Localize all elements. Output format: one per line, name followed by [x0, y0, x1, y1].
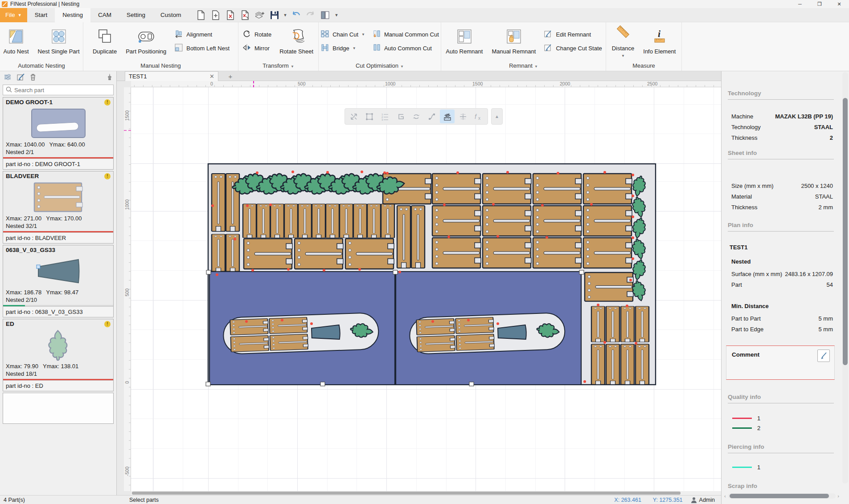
tab-setting[interactable]: Setting [119, 8, 153, 22]
formula-icon[interactable]: fx [471, 110, 486, 123]
auto-common-cut-button[interactable]: Auto Common Cut [372, 44, 439, 53]
mirror-button[interactable]: Mirror [242, 44, 271, 53]
chain-cut-button[interactable]: Chain Cut▼ [320, 30, 365, 39]
distance-button[interactable]: Distance ▼ [608, 24, 638, 60]
part-card-ed[interactable]: ED! Xmax: 79.90Ymax: 138.01 Nested 18/1 … [3, 319, 114, 391]
scroll-right-icon[interactable]: › [837, 493, 839, 499]
chevron-down-icon[interactable]: ▼ [534, 65, 538, 69]
nesting-canvas-area: TEST1✕ + 0 500 1000 1500 2000 2500 1500 … [117, 71, 721, 495]
rotate-button[interactable]: Rotate [242, 30, 271, 39]
change-cut-state-button[interactable]: Change Cut State [544, 44, 602, 53]
file-menu-button[interactable]: File▼ [0, 8, 27, 22]
contour-icon[interactable] [394, 110, 408, 123]
edit-comment-button[interactable] [817, 350, 830, 362]
part-dims: Xmax: 1040.00Ymax: 640.00 [3, 140, 113, 148]
panel-vertical-scrollbar[interactable]: ⌃ ⌄ [842, 72, 848, 484]
part-name: DEMO GROOT-1 [6, 99, 53, 106]
cut-sequence-icon[interactable]: 123 [378, 110, 393, 123]
add-tab-button[interactable]: + [225, 72, 236, 80]
part-thumbnail [3, 181, 113, 214]
rotate-sheet-button[interactable]: Rotate Sheet [276, 27, 317, 57]
edit-part-icon[interactable] [17, 73, 25, 82]
minimize-button[interactable]: ─ [790, 0, 810, 8]
hide-measures-icon[interactable] [440, 110, 455, 123]
tab-nesting[interactable]: Nesting [55, 8, 90, 22]
save-icon[interactable] [269, 9, 280, 21]
part-thumbnail [3, 255, 113, 288]
group-manual-nesting: Duplicate Part Positioning Alignment Bot… [83, 22, 238, 71]
mirror-icon [242, 44, 251, 53]
part-card-0638[interactable]: 0638_V_03_GS33 Xmax: 186.78Ymax: 98.47 N… [3, 245, 114, 317]
alignment-icon [174, 30, 183, 39]
snap-grid-icon[interactable] [455, 110, 470, 123]
filter-settings-icon[interactable] [4, 73, 12, 82]
pin-icon[interactable] [107, 73, 113, 82]
edit-remnant-button[interactable]: Edit Remnant [544, 30, 602, 39]
selection-frame-icon[interactable] [362, 110, 377, 123]
tab-test1[interactable]: TEST1✕ [125, 71, 218, 81]
auto-nest-button[interactable]: Auto Nest [0, 27, 33, 57]
fit-view-icon[interactable] [347, 110, 361, 123]
close-file-icon[interactable] [225, 9, 236, 21]
close-button[interactable]: ✕ [829, 0, 849, 8]
info-element-button[interactable]: i Info Element [640, 27, 679, 57]
tab-start[interactable]: Start [27, 8, 55, 22]
coord-y: Y: 1275.351 [653, 497, 683, 503]
nest-progress [3, 231, 113, 232]
manual-remnant-button[interactable]: Manual Remnant [488, 27, 539, 57]
bridge-button[interactable]: Bridge▼ [320, 44, 365, 53]
part-positioning-button[interactable]: Part Positioning [122, 27, 170, 57]
chevron-down-icon[interactable]: ▼ [621, 54, 625, 58]
save-dropdown-icon[interactable]: ▼ [283, 13, 287, 17]
undo-icon[interactable] [290, 9, 302, 21]
part-card-demo-groot-1[interactable]: DEMO GROOT-1! Xmax: 1040.00Ymax: 640.00 … [3, 97, 114, 170]
tab-cam[interactable]: CAM [90, 8, 119, 22]
new-file-icon[interactable] [195, 9, 207, 21]
duplicate-button[interactable]: Duplicate [89, 27, 120, 57]
chevron-down-icon[interactable]: ▼ [291, 65, 294, 69]
collapse-toolbar-button[interactable]: ▲ [491, 108, 503, 125]
alignment-button[interactable]: Alignment [174, 30, 230, 39]
part-card-bladveer[interactable]: BLADVEER! Xmax: 271.00Ymax: 170.00 Neste… [3, 171, 114, 244]
chevron-down-icon[interactable]: ▼ [353, 46, 356, 50]
part-id: part id-no : 0638_V_03_GS33 [3, 306, 113, 317]
quality-legend-2: 2 [732, 425, 760, 431]
nest-single-part-button[interactable]: Nest Single Part [34, 27, 83, 57]
close-all-files-icon[interactable] [239, 9, 251, 21]
user-icon [691, 497, 697, 503]
manual-common-cut-icon [372, 30, 381, 39]
part-nested: Nested 18/1 [3, 370, 113, 379]
group-label: Cut Optimisation▼ [319, 62, 441, 69]
bottom-left-nest-button[interactable]: Bottom Left Nest [174, 44, 230, 53]
lead-path-icon[interactable] [424, 110, 439, 123]
window-title: FINest Professional | Nesting [10, 1, 79, 7]
panel-horizontal-scrollbar[interactable]: ‹ › [724, 492, 839, 500]
import-sheets-icon[interactable] [254, 9, 266, 21]
redo-icon[interactable] [305, 9, 316, 21]
window-layout-icon[interactable] [320, 9, 331, 21]
auto-remnant-button[interactable]: Auto Remnant [442, 27, 486, 57]
section-piercing-info: Piercing info [728, 443, 834, 453]
search-input[interactable] [14, 87, 111, 93]
maximize-button[interactable]: ❒ [810, 0, 829, 8]
piercing-legend-1: 1 [732, 464, 760, 471]
comment-box: Comment [726, 345, 835, 380]
canvas-horizontal-scrollbar[interactable] [131, 491, 721, 495]
chevron-down-icon[interactable]: ▼ [361, 33, 365, 37]
delete-part-icon[interactable] [29, 73, 37, 82]
scroll-left-icon[interactable]: ‹ [724, 493, 726, 499]
loop-icon[interactable] [409, 110, 424, 123]
close-tab-icon[interactable]: ✕ [209, 73, 214, 80]
manual-remnant-icon [506, 28, 522, 46]
layout-dropdown-icon[interactable]: ▼ [334, 13, 338, 17]
new-file-plus-icon[interactable] [210, 9, 221, 21]
parts-sidebar: DEMO GROOT-1! Xmax: 1040.00Ymax: 640.00 … [0, 71, 117, 495]
chevron-down-icon[interactable]: ▼ [400, 65, 404, 69]
manual-common-cut-button[interactable]: Manual Common Cut [372, 30, 439, 39]
part-name: ED [6, 321, 14, 327]
drawing-grid[interactable] [131, 87, 721, 491]
info-panel: Technology MachineMAZAK L32B (PP 19) Tec… [721, 71, 849, 504]
edit-remnant-icon [544, 30, 553, 39]
tab-custom[interactable]: Custom [153, 8, 189, 22]
ribbon: Auto Nest Nest Single Part Automatic Nes… [0, 22, 849, 71]
